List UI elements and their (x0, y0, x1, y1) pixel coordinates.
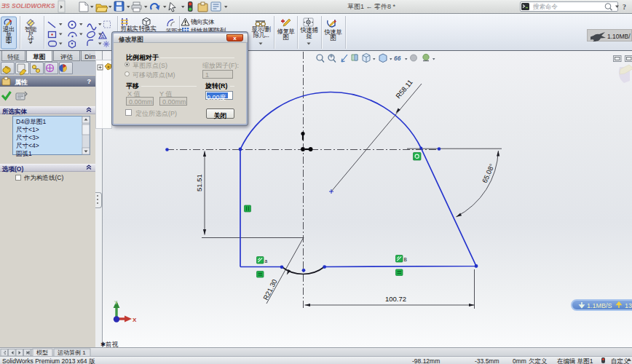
svg-text:B: B (404, 257, 407, 262)
svg-text:1.1MB/S: 1.1MB/S (587, 302, 612, 309)
svg-text:100.72: 100.72 (385, 295, 406, 303)
svg-text:65.08°: 65.08° (481, 162, 496, 184)
svg-text:✱前视: ✱前视 (100, 341, 119, 348)
svg-text:R21.30: R21.30 (261, 278, 279, 301)
svg-text:X: X (133, 317, 137, 323)
svg-text:Y: Y (114, 299, 119, 306)
svg-text:66: 66 (394, 55, 401, 62)
svg-text:R58.11: R58.11 (394, 78, 414, 100)
svg-text:a: a (265, 258, 268, 264)
svg-text:13: 13 (625, 302, 632, 309)
svg-text:51.51: 51.51 (195, 174, 203, 191)
